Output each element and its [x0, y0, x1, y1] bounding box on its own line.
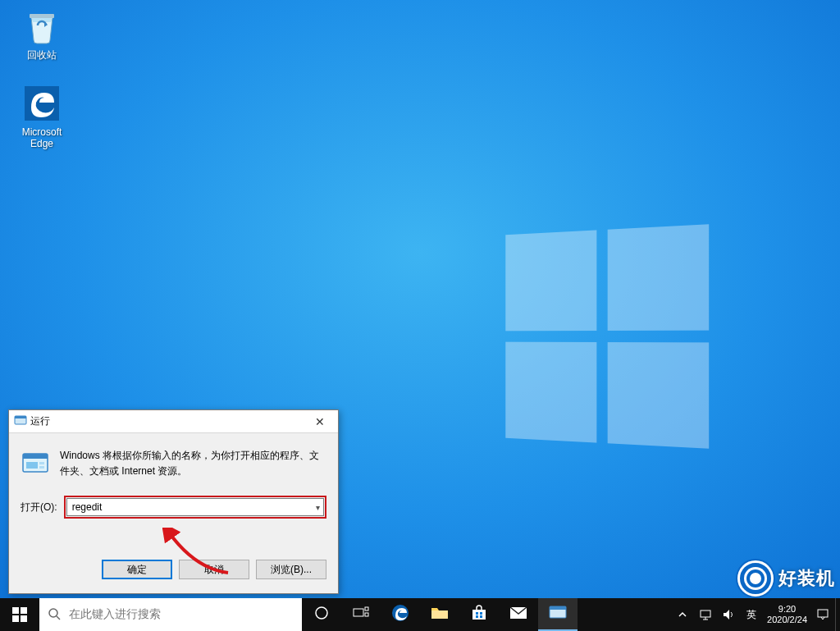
run-titlebar[interactable]: 运行 ✕	[9, 410, 338, 433]
run-title-icon	[14, 414, 27, 429]
svg-point-15	[316, 607, 327, 619]
search-icon	[48, 607, 61, 623]
cortana-icon	[314, 606, 329, 624]
svg-rect-18	[365, 613, 368, 616]
task-view-button[interactable]	[341, 598, 381, 631]
svg-rect-10	[21, 607, 27, 614]
taskbar-app-edge[interactable]	[381, 598, 420, 631]
svg-rect-12	[21, 615, 27, 622]
run-open-label: 打开(O):	[21, 501, 57, 514]
watermark-logo-icon	[737, 560, 774, 597]
run-open-combobox[interactable]: regedit ▾	[66, 498, 324, 516]
mail-icon	[509, 606, 527, 623]
tray-network-icon[interactable]	[698, 609, 713, 620]
folder-icon	[431, 606, 449, 624]
svg-rect-3	[15, 416, 26, 418]
chevron-down-icon[interactable]: ▾	[316, 503, 320, 512]
close-icon: ✕	[315, 415, 325, 428]
taskbar: 在此键入进行搜索 英 9:20 2020/2/24	[0, 598, 840, 631]
taskbar-app-store[interactable]	[459, 598, 499, 631]
cortana-button[interactable]	[302, 598, 341, 631]
desktop-icon-edge[interactable]: Microsoft Edge	[11, 84, 72, 150]
close-button[interactable]: ✕	[301, 410, 338, 433]
svg-rect-9	[12, 607, 19, 614]
svg-rect-16	[354, 609, 363, 616]
run-app-icon	[21, 448, 50, 478]
svg-rect-5	[23, 454, 48, 459]
tray-clock[interactable]: 9:20 2020/2/24	[767, 604, 807, 624]
svg-point-13	[49, 609, 57, 617]
svg-line-14	[57, 616, 60, 620]
tray-volume-icon[interactable]	[721, 609, 736, 620]
tray-chevron-up-icon[interactable]	[675, 610, 690, 620]
taskbar-app-mail[interactable]	[499, 598, 538, 631]
windows-logo-background	[505, 224, 709, 449]
svg-rect-21	[472, 610, 486, 620]
cancel-button[interactable]: 取消	[179, 560, 249, 579]
taskbar-app-run[interactable]	[538, 598, 578, 631]
svg-rect-32	[818, 610, 828, 617]
svg-rect-20	[431, 610, 448, 619]
run-input-value: regedit	[72, 501, 103, 513]
desktop-icon-recycle-bin[interactable]: 回收站	[11, 7, 72, 61]
run-title: 运行	[27, 414, 301, 428]
edge-icon	[22, 84, 62, 123]
svg-rect-24	[476, 615, 478, 618]
task-view-icon	[353, 606, 369, 623]
run-description: Windows 将根据你所输入的名称，为你打开相应的程序、文件夹、文档或 Int…	[60, 448, 326, 479]
svg-rect-8	[39, 466, 44, 469]
svg-rect-22	[476, 612, 478, 615]
run-dialog: 运行 ✕ Windows 将根据你所输入的名称，为你打开相应的程序、文件夹、文档…	[8, 409, 339, 594]
svg-rect-11	[12, 615, 19, 622]
windows-icon	[12, 607, 27, 622]
ok-button[interactable]: 确定	[102, 560, 172, 579]
tray-notifications-icon[interactable]	[815, 608, 830, 621]
desktop-icon-label: Microsoft Edge	[11, 126, 72, 150]
tray-time: 9:20	[767, 604, 807, 615]
tray-date: 2020/2/24	[767, 615, 807, 625]
watermark-text: 好装机	[778, 566, 835, 591]
start-button[interactable]	[0, 598, 39, 631]
svg-rect-0	[30, 14, 54, 18]
svg-rect-28	[550, 606, 566, 610]
browse-button[interactable]: 浏览(B)...	[256, 560, 326, 579]
svg-rect-25	[480, 615, 482, 618]
taskbar-search[interactable]: 在此键入进行搜索	[39, 598, 302, 631]
recycle-bin-icon	[22, 7, 62, 46]
run-icon	[549, 605, 567, 623]
svg-rect-6	[26, 462, 38, 469]
desktop-icon-label: 回收站	[11, 49, 72, 61]
run-input-highlight: regedit ▾	[64, 496, 326, 519]
store-icon	[471, 605, 487, 624]
watermark: 好装机	[737, 560, 835, 597]
show-desktop-button[interactable]	[835, 598, 840, 631]
svg-rect-29	[701, 610, 710, 617]
taskbar-app-explorer[interactable]	[420, 598, 459, 631]
svg-rect-23	[480, 612, 482, 615]
svg-rect-7	[39, 462, 44, 464]
tray-ime[interactable]: 英	[744, 608, 759, 622]
search-placeholder: 在此键入进行搜索	[69, 607, 161, 622]
system-tray: 英 9:20 2020/2/24	[667, 598, 835, 631]
svg-rect-17	[365, 607, 368, 610]
edge-icon	[391, 604, 409, 625]
